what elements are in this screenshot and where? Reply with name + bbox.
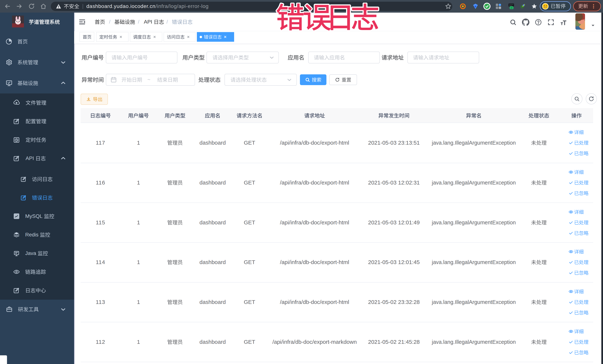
svg-text:on: on [510, 7, 513, 9]
